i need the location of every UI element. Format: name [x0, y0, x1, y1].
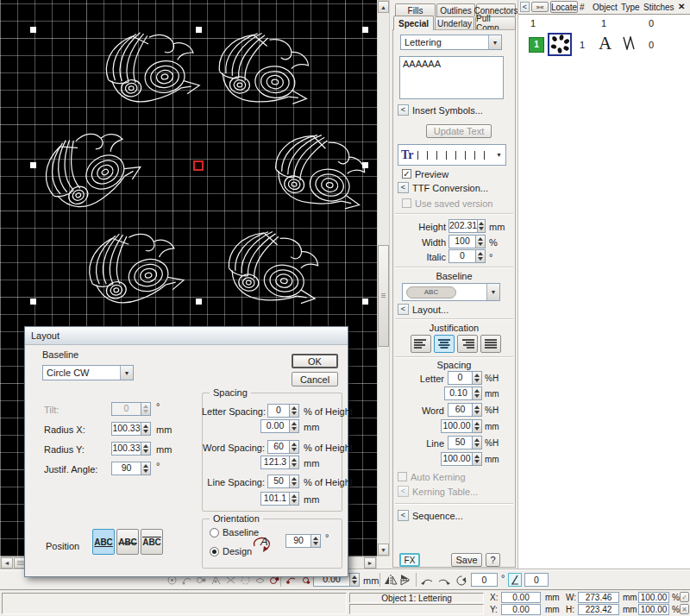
word-spacing-dlg-pct-spinner[interactable]	[289, 441, 298, 453]
column-header-stitches[interactable]: Stitches	[643, 3, 674, 12]
save-button[interactable]: Save	[451, 553, 482, 567]
selection-handle-top-left[interactable]	[30, 27, 36, 33]
letter-spacing-dlg-pct-field[interactable]: 0	[267, 404, 299, 418]
width-spinner[interactable]	[475, 236, 485, 248]
locate-button[interactable]: Locate	[550, 1, 578, 13]
tab-outlines[interactable]: Outlines	[436, 3, 475, 16]
scroll-right-button[interactable]: ►	[364, 557, 376, 569]
fx-button[interactable]: FX	[399, 553, 420, 567]
auto-kerning-checkbox[interactable]	[398, 472, 407, 481]
orientation-baseline-radio[interactable]	[210, 528, 219, 537]
baseline-mode-select[interactable]: Circle CW ▼	[42, 365, 134, 380]
column-header-number[interactable]: #	[580, 3, 585, 12]
use-saved-version-checkbox[interactable]	[402, 198, 411, 208]
insert-symbols-collapse-button[interactable]: <	[398, 104, 409, 116]
justif-angle-spinner[interactable]	[141, 462, 150, 475]
height-spinner[interactable]	[477, 220, 485, 232]
preview-checkbox[interactable]: ✓	[402, 169, 411, 179]
justify-right-button[interactable]	[457, 335, 478, 353]
word-spacing-dlg-pct-field[interactable]: 60	[267, 440, 299, 454]
offset-spinner[interactable]	[349, 574, 359, 586]
h-pct-field[interactable]: 100.00	[638, 604, 669, 615]
italic-field[interactable]: 0	[448, 249, 486, 263]
rotate-angle-icon[interactable]	[455, 573, 468, 587]
close-panel-button[interactable]: ✕	[678, 2, 685, 11]
kerning-table-collapse-button[interactable]: <	[398, 486, 409, 497]
rotation-center-marker[interactable]	[193, 160, 204, 171]
position-baseline-button[interactable]: ABC	[92, 529, 115, 555]
embroidery-motif[interactable]	[69, 214, 194, 321]
orientation-angle-field[interactable]: 90	[285, 534, 321, 548]
selection-handle-mid-left[interactable]	[30, 162, 36, 168]
dropdown-arrow-icon[interactable]: ▼	[492, 145, 505, 165]
position-top-button[interactable]: ABC	[141, 529, 163, 555]
word-spacing-dlg-mm-field[interactable]: 121.3	[260, 456, 299, 469]
letter-spacing-pct-spinner[interactable]	[472, 372, 481, 384]
rotate-angle-field[interactable]: 0	[471, 573, 498, 587]
h-field[interactable]: 223.42	[578, 604, 619, 615]
line-spacing-dlg-pct-field[interactable]: 50	[267, 475, 299, 488]
justif-angle-field[interactable]: 90	[111, 462, 151, 475]
line-spacing-dlg-mm-spinner[interactable]	[289, 493, 298, 505]
letter-spacing-dlg-mm-field[interactable]: 0.00	[260, 419, 299, 433]
tilt-field[interactable]: 0	[111, 402, 151, 416]
tab-special[interactable]: Special	[393, 16, 434, 30]
rotate-ccw-icon[interactable]	[420, 573, 434, 587]
embroidery-motif[interactable]	[90, 19, 209, 116]
width-field[interactable]: 100	[448, 235, 486, 248]
tab-pull-comp[interactable]: Pull Comp	[475, 16, 516, 29]
embroidery-motif[interactable]	[204, 22, 320, 116]
line-spacing-mm-field[interactable]: 100.00	[441, 452, 482, 466]
shrink-columns-button[interactable]: »«	[531, 2, 549, 12]
layout-collapse-button[interactable]: <	[398, 304, 409, 315]
rotate-cw-icon[interactable]	[436, 573, 450, 587]
y-field[interactable]: 0.00	[501, 604, 541, 615]
dropdown-arrow-icon[interactable]: ▼	[120, 366, 133, 380]
discard-button[interactable]: ✕	[680, 604, 689, 614]
italic-spinner[interactable]	[475, 250, 485, 262]
x-field[interactable]: 0.00	[501, 592, 541, 603]
help-button[interactable]: ?	[486, 553, 500, 567]
lettering-text-input[interactable]: AAAAAA	[399, 56, 504, 99]
w-pct-field[interactable]: 100.00	[638, 592, 669, 603]
dropdown-arrow-icon[interactable]: ▼	[488, 35, 501, 49]
color-chip[interactable]: 1	[529, 37, 544, 53]
update-text-button[interactable]: Update Text	[426, 124, 492, 138]
word-spacing-pct-spinner[interactable]	[472, 404, 481, 416]
vertical-scroll-thumb[interactable]	[378, 245, 389, 347]
embroidery-motif[interactable]	[256, 119, 380, 223]
letter-spacing-dlg-mm-spinner[interactable]	[289, 420, 298, 432]
line-spacing-dlg-pct-spinner[interactable]	[289, 475, 298, 487]
tab-fills[interactable]: Fills	[395, 3, 436, 16]
scroll-up-button[interactable]: ▲	[378, 1, 389, 13]
layout-button-label[interactable]: Layout...	[412, 305, 448, 315]
selection-handle-top-right[interactable]	[362, 27, 368, 33]
line-spacing-mm-spinner[interactable]	[472, 453, 481, 465]
cancel-button[interactable]: Cancel	[292, 372, 338, 387]
baseline-select[interactable]: ABC ▼	[402, 283, 500, 301]
sequence-collapse-button[interactable]: <	[398, 510, 409, 521]
mirror-vertical-icon[interactable]	[399, 573, 413, 587]
scroll-down-button[interactable]: ▼	[378, 544, 389, 556]
slant-icon[interactable]	[508, 573, 522, 587]
word-spacing-mm-field[interactable]: 100.00	[441, 419, 482, 433]
slant-field[interactable]: 0	[524, 573, 549, 587]
column-header-object[interactable]: Object	[593, 3, 618, 12]
word-spacing-pct-field[interactable]: 60	[448, 403, 482, 417]
word-spacing-mm-spinner[interactable]	[472, 420, 481, 432]
mirror-horizontal-icon[interactable]	[384, 573, 398, 587]
column-header-type[interactable]: Type	[621, 3, 640, 12]
line-spacing-pct-spinner[interactable]	[472, 437, 481, 449]
line-spacing-dlg-mm-field[interactable]: 101.1	[260, 492, 299, 506]
panel-collapse-button[interactable]: <	[520, 2, 530, 12]
vertical-scrollbar[interactable]: ▲ ▼	[377, 0, 390, 556]
justify-left-button[interactable]	[411, 335, 431, 353]
selection-handle-bottom-left[interactable]	[30, 299, 36, 305]
selection-handle-top-center[interactable]	[196, 27, 202, 33]
embroidery-motif[interactable]	[212, 219, 331, 317]
selection-handle-bottom-center[interactable]	[196, 299, 202, 305]
radius-y-spinner[interactable]	[141, 443, 150, 455]
ok-button[interactable]: OK	[292, 354, 338, 368]
radius-x-field[interactable]: 100.33	[111, 422, 151, 436]
dialog-title-bar[interactable]: Layout	[25, 327, 348, 345]
